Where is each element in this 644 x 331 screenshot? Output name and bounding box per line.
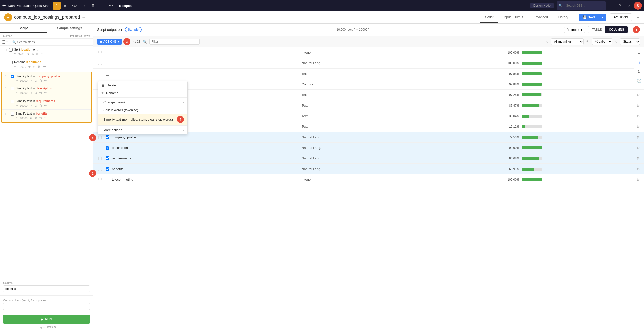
back-button[interactable]: ←: [636, 15, 640, 20]
col-checkbox[interactable]: [106, 178, 109, 181]
info-icon[interactable]: ℹ: [635, 58, 643, 67]
tab-advanced[interactable]: Advanced: [528, 12, 553, 23]
edit-recipe-icon[interactable]: ✏: [82, 15, 85, 19]
pct-valid-select[interactable]: % valid: [592, 38, 612, 45]
code-icon[interactable]: </>: [71, 2, 79, 10]
gear-icon[interactable]: ⚙: [637, 93, 640, 97]
gear-icon[interactable]: ⚙: [637, 146, 640, 150]
settings-icon[interactable]: ◎: [62, 2, 70, 10]
table-icon[interactable]: ⊞: [98, 2, 106, 10]
more-step-icon[interactable]: •••: [44, 116, 48, 120]
columns-view-button[interactable]: COLUMNS: [605, 26, 628, 33]
eye-icon[interactable]: 👁: [30, 79, 33, 82]
more-step-icon[interactable]: •••: [41, 52, 44, 56]
step-checkbox[interactable]: [11, 87, 14, 90]
play-icon[interactable]: ▷: [80, 2, 88, 10]
stop-icon[interactable]: ⊘: [33, 65, 36, 69]
col-checkbox[interactable]: [106, 61, 109, 65]
more-icon[interactable]: •••: [107, 2, 115, 10]
column-row[interactable]: ⋮⋮ requirements Natural Lang. 86.68% ⚙: [93, 153, 644, 164]
step-checkbox[interactable]: [11, 100, 14, 103]
stop-icon[interactable]: ⊘: [35, 79, 37, 82]
chevron-down-icon[interactable]: ▾: [6, 41, 8, 43]
all-meanings-select[interactable]: All meanings: [551, 38, 584, 45]
share-icon[interactable]: ⇧: [53, 2, 61, 10]
tab-sample-settings[interactable]: Sample settings: [47, 24, 93, 33]
column-input[interactable]: [3, 285, 90, 292]
trash-icon[interactable]: 🗑: [38, 65, 41, 69]
eye-icon[interactable]: 👁: [26, 52, 29, 56]
filter-input[interactable]: [149, 39, 200, 45]
save-button[interactable]: 💾 SAVE: [579, 14, 600, 21]
dropdown-more-actions[interactable]: More actions ›: [98, 126, 187, 134]
stop-icon[interactable]: ⊘: [35, 116, 37, 120]
col-checkbox[interactable]: [106, 72, 109, 76]
trash-icon[interactable]: 🗑: [39, 79, 42, 82]
step-checkbox[interactable]: [11, 112, 14, 116]
layers-icon[interactable]: ☰: [89, 2, 97, 10]
trash-icon[interactable]: 🗑: [39, 116, 42, 120]
column-row[interactable]: ⋮⋮ description Natural Lang. 99.99% ⚙: [93, 143, 644, 153]
tab-input-output[interactable]: Input / Output: [498, 12, 528, 23]
step-item[interactable]: ⋮⋮ Simplify text in benefits ✏ 10000 👁 ⊘…: [2, 110, 91, 122]
gear-icon[interactable]: ⚙: [637, 135, 640, 139]
more-step-icon[interactable]: •••: [44, 91, 48, 95]
step-item[interactable]: ⋮⋮ Simplify text in requirements ✏ 10000…: [2, 97, 91, 110]
stop-icon[interactable]: ⊘: [35, 104, 37, 107]
tab-script-left[interactable]: Script: [0, 24, 47, 33]
stop-icon[interactable]: ⊘: [35, 91, 37, 95]
select-all-steps[interactable]: [2, 40, 5, 44]
clock-icon[interactable]: 🕐: [635, 77, 643, 85]
sort-control[interactable]: ⇅ Index ▾: [564, 27, 585, 33]
gear-icon[interactable]: ⚙: [637, 114, 640, 118]
tab-history[interactable]: History: [553, 12, 573, 23]
gear-icon[interactable]: ⚙: [637, 104, 640, 108]
eye-icon[interactable]: 👁: [30, 91, 33, 95]
column-row[interactable]: ⋮⋮ Integer 100.00% ⚙: [93, 47, 644, 58]
step-item[interactable]: ⋮⋮ Rename 3 columns ✏ 10000 👁 ⊘ 🗑 •••: [0, 58, 93, 71]
help-icon[interactable]: ?: [616, 2, 624, 10]
search-steps-input[interactable]: [17, 40, 91, 44]
grid-icon[interactable]: ⊞: [607, 2, 615, 10]
col-checkbox[interactable]: [106, 51, 109, 54]
eye-icon[interactable]: 👁: [28, 65, 31, 69]
col-checkbox[interactable]: [106, 135, 109, 139]
column-row[interactable]: ⋮⋮ benefits Natural Lang. 60.91% ⚙: [93, 164, 644, 174]
dropdown-change-meaning[interactable]: Change meaning ›: [98, 98, 187, 106]
gear-icon[interactable]: ⚙: [637, 125, 640, 129]
output-column-input[interactable]: [3, 303, 90, 310]
col-checkbox[interactable]: [106, 156, 109, 160]
dropdown-delete[interactable]: 🗑 Delete: [98, 81, 187, 89]
gear-icon[interactable]: ⚙: [637, 167, 640, 171]
plus-icon[interactable]: ＋: [635, 49, 643, 57]
trending-icon[interactable]: ↗: [625, 2, 633, 10]
col-checkbox[interactable]: [106, 167, 109, 171]
run-button[interactable]: ▶ RUN: [3, 315, 90, 324]
engine-settings-icon[interactable]: ⚙: [54, 326, 56, 329]
dropdown-split-words[interactable]: Split in words (tokenize): [98, 106, 187, 114]
more-step-icon[interactable]: •••: [44, 79, 48, 82]
trash-icon[interactable]: 🗑: [39, 91, 42, 95]
dropdown-simplify-text[interactable]: Simplify text (normalize, stem, clear st…: [98, 114, 187, 125]
gear-icon[interactable]: ⚙: [637, 156, 640, 160]
column-row[interactable]: ⋮⋮ telecommuting Integer 100.00% ⚙: [93, 174, 644, 185]
step-item[interactable]: ⋮⋮ Split location on , ✏ 9788 👁 ⊘ 🗑 •••: [0, 46, 93, 58]
column-row[interactable]: ⋮⋮ Natural Lang. 100.00% ⚙: [93, 58, 644, 69]
step-item[interactable]: ⋮⋮ Simplify text in company_profile ✏ 10…: [2, 72, 91, 85]
more-step-icon[interactable]: •••: [44, 104, 48, 107]
gear-icon[interactable]: ⚙: [637, 178, 640, 182]
refresh-icon[interactable]: ↻: [635, 68, 643, 76]
trash-icon[interactable]: 🗑: [39, 104, 42, 107]
dropdown-rename[interactable]: ✏ Rename...: [98, 89, 187, 97]
table-view-button[interactable]: TABLE: [588, 26, 605, 33]
step-checkbox[interactable]: [9, 61, 13, 64]
trash-icon[interactable]: 🗑: [36, 52, 39, 56]
sample-badge[interactable]: Sample: [125, 27, 142, 32]
actions-button[interactable]: ACTIONS: [610, 13, 632, 21]
step-checkbox[interactable]: [9, 48, 13, 52]
column-row[interactable]: ⋮⋮ Text 97.88% ⚙: [93, 69, 644, 79]
more-step-icon[interactable]: •••: [43, 65, 46, 69]
columns-actions-button[interactable]: ▣ ACTIONS ▾: [97, 39, 122, 45]
step-item[interactable]: ⋮⋮ Simplify text in description ✏ 10000 …: [2, 84, 91, 97]
save-dropdown-button[interactable]: ▾: [600, 14, 606, 21]
